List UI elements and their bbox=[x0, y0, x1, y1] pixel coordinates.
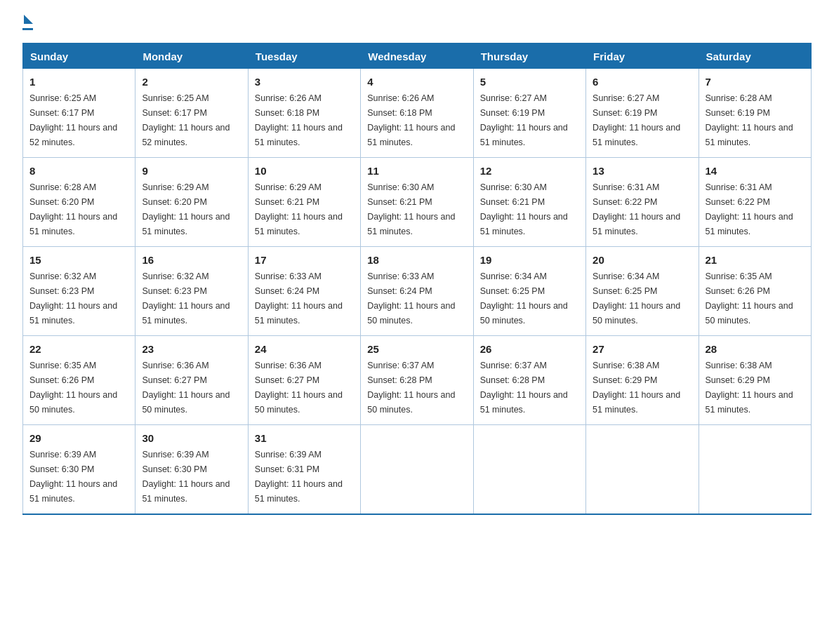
day-sunrise: Sunrise: 6:33 AMSunset: 6:24 PMDaylight:… bbox=[367, 271, 455, 326]
day-sunrise: Sunrise: 6:39 AMSunset: 6:30 PMDaylight:… bbox=[29, 450, 117, 504]
day-number: 4 bbox=[367, 74, 466, 90]
calendar-cell: 5 Sunrise: 6:27 AMSunset: 6:19 PMDayligh… bbox=[473, 69, 585, 158]
day-number: 10 bbox=[255, 163, 354, 179]
day-sunrise: Sunrise: 6:25 AMSunset: 6:17 PMDaylight:… bbox=[29, 93, 117, 147]
week-row-5: 29 Sunrise: 6:39 AMSunset: 6:30 PMDaylig… bbox=[23, 424, 812, 514]
calendar-cell bbox=[699, 424, 811, 514]
calendar-cell: 8 Sunrise: 6:28 AMSunset: 6:20 PMDayligh… bbox=[23, 157, 135, 246]
col-header-thursday: Thursday bbox=[473, 43, 585, 69]
calendar-cell: 20 Sunrise: 6:34 AMSunset: 6:25 PMDaylig… bbox=[586, 246, 699, 335]
day-sunrise: Sunrise: 6:27 AMSunset: 6:19 PMDaylight:… bbox=[480, 93, 568, 147]
day-number: 31 bbox=[255, 430, 354, 446]
day-number: 22 bbox=[29, 341, 128, 357]
day-sunrise: Sunrise: 6:33 AMSunset: 6:24 PMDaylight:… bbox=[255, 271, 343, 326]
calendar-cell: 21 Sunrise: 6:35 AMSunset: 6:26 PMDaylig… bbox=[699, 246, 811, 335]
calendar-cell: 1 Sunrise: 6:25 AMSunset: 6:17 PMDayligh… bbox=[23, 69, 135, 158]
day-number: 5 bbox=[480, 74, 579, 90]
page-header bbox=[22, 17, 812, 30]
calendar-cell: 11 Sunrise: 6:30 AMSunset: 6:21 PMDaylig… bbox=[361, 157, 473, 246]
calendar-cell: 16 Sunrise: 6:32 AMSunset: 6:23 PMDaylig… bbox=[135, 246, 248, 335]
day-number: 25 bbox=[367, 341, 466, 357]
logo bbox=[22, 17, 33, 30]
week-row-2: 8 Sunrise: 6:28 AMSunset: 6:20 PMDayligh… bbox=[23, 157, 812, 246]
day-number: 15 bbox=[29, 252, 128, 268]
day-sunrise: Sunrise: 6:29 AMSunset: 6:21 PMDaylight:… bbox=[255, 182, 343, 236]
day-sunrise: Sunrise: 6:35 AMSunset: 6:26 PMDaylight:… bbox=[706, 271, 793, 326]
day-number: 27 bbox=[593, 341, 691, 357]
calendar-header-row: SundayMondayTuesdayWednesdayThursdayFrid… bbox=[23, 43, 812, 69]
calendar-cell: 22 Sunrise: 6:35 AMSunset: 6:26 PMDaylig… bbox=[23, 335, 135, 424]
day-sunrise: Sunrise: 6:38 AMSunset: 6:29 PMDaylight:… bbox=[593, 361, 680, 415]
calendar-cell bbox=[473, 424, 585, 514]
calendar-cell: 29 Sunrise: 6:39 AMSunset: 6:30 PMDaylig… bbox=[23, 424, 135, 514]
day-sunrise: Sunrise: 6:37 AMSunset: 6:28 PMDaylight:… bbox=[480, 361, 568, 415]
day-number: 23 bbox=[142, 341, 241, 357]
day-number: 6 bbox=[593, 74, 691, 90]
calendar-cell: 15 Sunrise: 6:32 AMSunset: 6:23 PMDaylig… bbox=[23, 246, 135, 335]
logo-arrow-icon bbox=[24, 15, 33, 24]
day-sunrise: Sunrise: 6:31 AMSunset: 6:22 PMDaylight:… bbox=[593, 182, 680, 236]
day-number: 21 bbox=[706, 252, 805, 268]
calendar-cell: 23 Sunrise: 6:36 AMSunset: 6:27 PMDaylig… bbox=[135, 335, 248, 424]
week-row-3: 15 Sunrise: 6:32 AMSunset: 6:23 PMDaylig… bbox=[23, 246, 812, 335]
calendar-cell: 28 Sunrise: 6:38 AMSunset: 6:29 PMDaylig… bbox=[699, 335, 811, 424]
day-sunrise: Sunrise: 6:27 AMSunset: 6:19 PMDaylight:… bbox=[593, 93, 680, 147]
calendar-cell: 27 Sunrise: 6:38 AMSunset: 6:29 PMDaylig… bbox=[586, 335, 699, 424]
calendar-cell: 7 Sunrise: 6:28 AMSunset: 6:19 PMDayligh… bbox=[699, 69, 811, 158]
day-sunrise: Sunrise: 6:30 AMSunset: 6:21 PMDaylight:… bbox=[480, 182, 568, 236]
day-number: 24 bbox=[255, 341, 354, 357]
calendar-cell: 18 Sunrise: 6:33 AMSunset: 6:24 PMDaylig… bbox=[361, 246, 473, 335]
day-sunrise: Sunrise: 6:34 AMSunset: 6:25 PMDaylight:… bbox=[480, 271, 568, 326]
day-sunrise: Sunrise: 6:32 AMSunset: 6:23 PMDaylight:… bbox=[142, 271, 230, 326]
day-sunrise: Sunrise: 6:36 AMSunset: 6:27 PMDaylight:… bbox=[142, 361, 230, 415]
calendar-cell: 14 Sunrise: 6:31 AMSunset: 6:22 PMDaylig… bbox=[699, 157, 811, 246]
day-sunrise: Sunrise: 6:38 AMSunset: 6:29 PMDaylight:… bbox=[706, 361, 793, 415]
day-sunrise: Sunrise: 6:39 AMSunset: 6:31 PMDaylight:… bbox=[255, 450, 343, 504]
day-sunrise: Sunrise: 6:39 AMSunset: 6:30 PMDaylight:… bbox=[142, 450, 230, 504]
calendar-cell: 19 Sunrise: 6:34 AMSunset: 6:25 PMDaylig… bbox=[473, 246, 585, 335]
day-sunrise: Sunrise: 6:25 AMSunset: 6:17 PMDaylight:… bbox=[142, 93, 230, 147]
day-number: 17 bbox=[255, 252, 354, 268]
week-row-1: 1 Sunrise: 6:25 AMSunset: 6:17 PMDayligh… bbox=[23, 69, 812, 158]
day-number: 7 bbox=[706, 74, 805, 90]
calendar-cell bbox=[361, 424, 473, 514]
calendar-cell: 2 Sunrise: 6:25 AMSunset: 6:17 PMDayligh… bbox=[135, 69, 248, 158]
calendar-cell: 6 Sunrise: 6:27 AMSunset: 6:19 PMDayligh… bbox=[586, 69, 699, 158]
calendar-cell: 10 Sunrise: 6:29 AMSunset: 6:21 PMDaylig… bbox=[248, 157, 360, 246]
day-number: 30 bbox=[142, 430, 241, 446]
day-number: 2 bbox=[142, 74, 241, 90]
calendar-cell: 25 Sunrise: 6:37 AMSunset: 6:28 PMDaylig… bbox=[361, 335, 473, 424]
day-number: 9 bbox=[142, 163, 241, 179]
logo-underline bbox=[22, 28, 33, 30]
day-number: 26 bbox=[480, 341, 579, 357]
calendar-cell: 4 Sunrise: 6:26 AMSunset: 6:18 PMDayligh… bbox=[361, 69, 473, 158]
day-number: 28 bbox=[706, 341, 805, 357]
day-sunrise: Sunrise: 6:26 AMSunset: 6:18 PMDaylight:… bbox=[367, 93, 455, 147]
day-number: 1 bbox=[29, 74, 128, 90]
col-header-tuesday: Tuesday bbox=[248, 43, 360, 69]
day-number: 19 bbox=[480, 252, 579, 268]
col-header-sunday: Sunday bbox=[23, 43, 135, 69]
calendar-cell: 3 Sunrise: 6:26 AMSunset: 6:18 PMDayligh… bbox=[248, 69, 360, 158]
calendar-cell: 30 Sunrise: 6:39 AMSunset: 6:30 PMDaylig… bbox=[135, 424, 248, 514]
day-number: 3 bbox=[255, 74, 354, 90]
calendar-cell: 31 Sunrise: 6:39 AMSunset: 6:31 PMDaylig… bbox=[248, 424, 360, 514]
day-number: 13 bbox=[593, 163, 691, 179]
day-number: 8 bbox=[29, 163, 128, 179]
day-number: 12 bbox=[480, 163, 579, 179]
col-header-saturday: Saturday bbox=[699, 43, 811, 69]
day-number: 14 bbox=[706, 163, 805, 179]
calendar-table: SundayMondayTuesdayWednesdayThursdayFrid… bbox=[22, 43, 812, 515]
day-sunrise: Sunrise: 6:34 AMSunset: 6:25 PMDaylight:… bbox=[593, 271, 680, 326]
day-sunrise: Sunrise: 6:35 AMSunset: 6:26 PMDaylight:… bbox=[29, 361, 117, 415]
day-sunrise: Sunrise: 6:26 AMSunset: 6:18 PMDaylight:… bbox=[255, 93, 343, 147]
calendar-cell: 17 Sunrise: 6:33 AMSunset: 6:24 PMDaylig… bbox=[248, 246, 360, 335]
day-sunrise: Sunrise: 6:28 AMSunset: 6:19 PMDaylight:… bbox=[706, 93, 793, 147]
day-number: 16 bbox=[142, 252, 241, 268]
calendar-cell: 26 Sunrise: 6:37 AMSunset: 6:28 PMDaylig… bbox=[473, 335, 585, 424]
col-header-friday: Friday bbox=[586, 43, 699, 69]
calendar-cell: 24 Sunrise: 6:36 AMSunset: 6:27 PMDaylig… bbox=[248, 335, 360, 424]
day-sunrise: Sunrise: 6:29 AMSunset: 6:20 PMDaylight:… bbox=[142, 182, 230, 236]
day-sunrise: Sunrise: 6:28 AMSunset: 6:20 PMDaylight:… bbox=[29, 182, 117, 236]
calendar-cell bbox=[586, 424, 699, 514]
